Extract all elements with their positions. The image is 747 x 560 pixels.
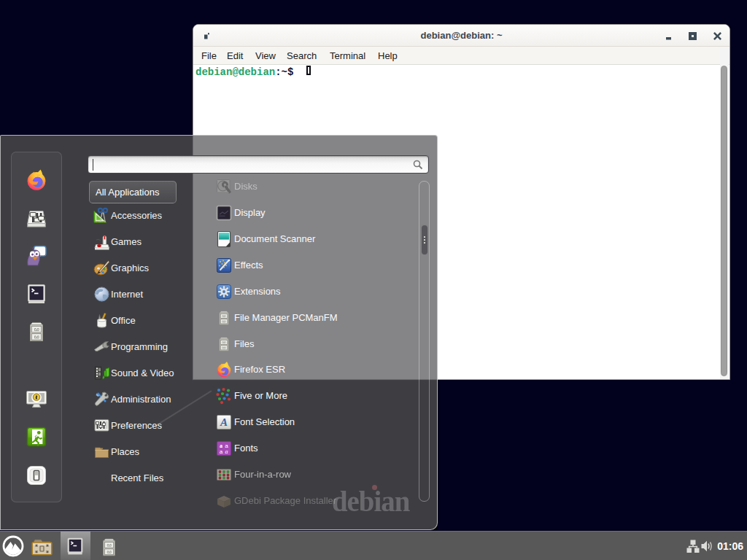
svg-text:A: A — [220, 416, 228, 428]
svg-text:a: a — [225, 448, 228, 455]
svg-text:a: a — [220, 448, 223, 455]
